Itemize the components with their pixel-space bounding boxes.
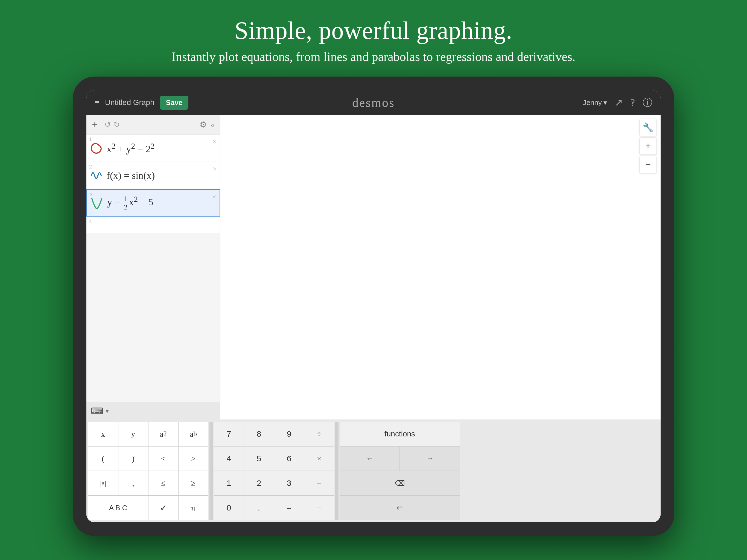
kbd-key-eq[interactable]: =: [274, 495, 304, 520]
header-title: Simple, powerful graphing.: [0, 17, 747, 45]
expr-formula-1: x2 + y2 = 22: [107, 142, 217, 155]
kbd-key-a2[interactable]: a2: [148, 422, 178, 446]
kbd-key-lparen[interactable]: (: [88, 446, 118, 471]
kbd-key-9[interactable]: 9: [274, 422, 304, 446]
expr-formula-3: y = 12x2 − 5: [107, 195, 217, 211]
graph-area[interactable]: 🔧 + −: [221, 115, 661, 419]
zoom-out-button[interactable]: −: [639, 156, 657, 173]
redo-button[interactable]: ↻: [113, 120, 120, 129]
kbd-row-3: |a| , ≤ ≥: [88, 471, 208, 495]
kbd-row-2: ( ) < >: [88, 446, 208, 471]
kbd-key-mul[interactable]: ×: [304, 446, 334, 471]
kbd-key-2[interactable]: 2: [244, 471, 274, 495]
hamburger-icon[interactable]: ≡: [95, 98, 100, 107]
user-dropdown-icon: ▾: [603, 98, 607, 107]
expr-close-2[interactable]: ×: [212, 164, 217, 173]
kbd-key-enter[interactable]: ↵: [340, 495, 460, 520]
user-menu[interactable]: Jenny ▾: [583, 98, 607, 107]
kbd-key-backspace[interactable]: ⌫: [340, 471, 460, 495]
tablet-screen: ≡ Untitled Graph Save desmos Jenny ▾ ↗ ?…: [86, 90, 661, 522]
expression-list: 1 x2 + y2 = 22 ×: [86, 134, 220, 402]
graph-title-text: Untitled Graph: [105, 98, 154, 107]
kbd-key-6[interactable]: 6: [274, 446, 304, 471]
kbd-key-ge[interactable]: ≥: [178, 471, 208, 495]
topbar-right: Jenny ▾ ↗ ? ⓘ: [557, 96, 652, 109]
kbd-key-minus[interactable]: −: [304, 471, 334, 495]
kbd-key-abc[interactable]: A B C: [88, 495, 148, 520]
kbd-funcrow-1: functions: [340, 422, 460, 446]
kbd-key-4[interactable]: 4: [214, 446, 244, 471]
add-expression-button[interactable]: +: [92, 119, 98, 131]
kbd-key-plus[interactable]: +: [304, 495, 334, 520]
keyboard-icon[interactable]: ⌨: [91, 406, 103, 416]
kbd-numrow-2: 4 5 6 ×: [214, 446, 334, 471]
main-area: + ↺ ↻ ⚙ « 1: [86, 115, 661, 419]
expr-formula-2: f(x) = sin(x): [107, 170, 217, 181]
kbd-num-section: 7 8 9 ÷ 4 5 6 × 1 2 3 −: [214, 422, 334, 520]
kbd-numrow-4: 0 . = +: [214, 495, 334, 520]
expression-item-4[interactable]: 4: [86, 217, 220, 233]
expression-panel: + ↺ ↻ ⚙ « 1: [86, 115, 221, 419]
save-button[interactable]: Save: [160, 96, 189, 110]
kbd-symbol-section: x y a2 ab ( ) < > |a| , ≤: [88, 422, 208, 520]
kbd-row-4: A B C ✓ π: [88, 495, 208, 520]
share-icon[interactable]: ↗: [615, 97, 623, 108]
kbd-key-7[interactable]: 7: [214, 422, 244, 446]
expression-item-1[interactable]: 1 x2 + y2 = 22 ×: [86, 134, 220, 162]
undo-button[interactable]: ↺: [104, 120, 111, 129]
kbd-numrow-1: 7 8 9 ÷: [214, 422, 334, 446]
kbd-key-5[interactable]: 5: [244, 446, 274, 471]
expr-icon-2: [89, 169, 103, 183]
kbd-key-dot[interactable]: .: [244, 495, 274, 520]
kbd-key-gt[interactable]: >: [178, 446, 208, 471]
kbd-key-pi[interactable]: π: [178, 495, 208, 520]
kbd-key-lt[interactable]: <: [148, 446, 178, 471]
kbd-key-0[interactable]: 0: [214, 495, 244, 520]
header-subtitle: Instantly plot equations, from lines and…: [0, 50, 747, 64]
kbd-funcrow-3: ⌫: [340, 471, 460, 495]
topbar: ≡ Untitled Graph Save desmos Jenny ▾ ↗ ?…: [86, 90, 661, 115]
kbd-key-1[interactable]: 1: [214, 471, 244, 495]
kbd-key-comma[interactable]: ,: [118, 471, 148, 495]
kbd-key-y[interactable]: y: [118, 422, 148, 446]
expr-icon-1: [89, 141, 103, 155]
expr-num-1: 1: [89, 137, 92, 143]
kbd-key-x[interactable]: x: [88, 422, 118, 446]
kbd-key-right[interactable]: →: [400, 446, 460, 471]
kbd-key-div[interactable]: ÷: [304, 422, 334, 446]
kbd-key-abs[interactable]: |a|: [88, 471, 118, 495]
kbd-key-le[interactable]: ≤: [148, 471, 178, 495]
keyboard-toggle-bar: ⌨ ▾: [86, 402, 220, 419]
graph-canvas: [221, 115, 661, 419]
wrench-tool-button[interactable]: 🔧: [639, 119, 657, 136]
kbd-divider-2: [335, 422, 338, 520]
expr-icon-3: [90, 196, 104, 210]
topbar-left: ≡ Untitled Graph Save: [95, 96, 190, 110]
user-name: Jenny: [583, 98, 602, 107]
kbd-key-left[interactable]: ←: [340, 446, 400, 471]
expr-close-1[interactable]: ×: [212, 137, 217, 146]
kbd-key-8[interactable]: 8: [244, 422, 274, 446]
tablet-frame: ≡ Untitled Graph Save desmos Jenny ▾ ↗ ?…: [73, 77, 674, 536]
expr-close-3[interactable]: ×: [212, 193, 216, 201]
kbd-key-3[interactable]: 3: [274, 471, 304, 495]
settings-icon[interactable]: ⚙: [200, 120, 207, 129]
keyboard-rows: x y a2 ab ( ) < > |a| , ≤: [86, 419, 661, 522]
kbd-funcrow-2: ← →: [340, 446, 460, 471]
kbd-numrow-3: 1 2 3 −: [214, 471, 334, 495]
keyboard-arrow-icon[interactable]: ▾: [106, 407, 109, 415]
help-icon[interactable]: ?: [630, 97, 635, 108]
kbd-funcrow-4: ↵: [340, 495, 460, 520]
info-icon[interactable]: ⓘ: [643, 96, 652, 109]
kbd-key-rparen[interactable]: ): [118, 446, 148, 471]
kbd-key-functions[interactable]: functions: [340, 422, 460, 446]
expression-item-2[interactable]: 2 f(x) = sin(x) ×: [86, 162, 220, 189]
header: Simple, powerful graphing. Instantly plo…: [0, 0, 747, 75]
kbd-key-ab[interactable]: ab: [178, 422, 208, 446]
expression-item-3[interactable]: 3 y = 12x2 − 5 ×: [86, 189, 220, 217]
kbd-key-check[interactable]: ✓: [148, 495, 178, 520]
collapse-panel-icon[interactable]: «: [211, 120, 215, 129]
zoom-in-button[interactable]: +: [639, 137, 657, 155]
undo-redo-group: ↺ ↻: [104, 120, 120, 129]
expression-toolbar: + ↺ ↻ ⚙ «: [86, 115, 220, 134]
